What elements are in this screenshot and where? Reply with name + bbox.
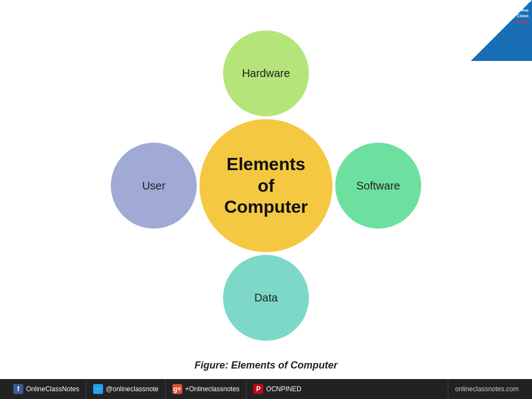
data-circle: Data <box>223 255 309 341</box>
diagram-container: Hardware Software Data User Elements of … <box>0 17 532 355</box>
elements-of-computer-diagram: Hardware Software Data User Elements of … <box>111 30 421 341</box>
software-circle: Software <box>335 143 421 229</box>
facebook-icon: f <box>13 384 23 394</box>
user-label: User <box>142 180 165 192</box>
footer-bar: f OnlineClassNotes 🐦 @onlineclassnote g+… <box>0 379 532 399</box>
footer-googleplus: g+ +Onlineclassnotes <box>165 379 246 399</box>
footer-facebook: f OnlineClassNotes <box>7 379 86 399</box>
hardware-label: Hardware <box>242 67 290 80</box>
footer-website: onlineclassnotes.com <box>448 379 525 399</box>
user-circle: User <box>111 143 197 229</box>
twitter-label: @onlineclassnote <box>106 385 158 393</box>
software-label: Software <box>356 180 400 192</box>
corner-ribbon: Online Class Notes <box>471 0 532 61</box>
pinterest-icon: P <box>253 384 263 394</box>
googleplus-label: +Onlineclassnotes <box>185 385 239 393</box>
center-text: Elements of Computer <box>224 154 308 217</box>
googleplus-icon: g+ <box>172 384 182 394</box>
facebook-label: OnlineClassNotes <box>26 385 79 393</box>
pinterest-label: OCNPINED <box>266 385 301 393</box>
hardware-circle: Hardware <box>223 30 309 116</box>
center-circle: Elements of Computer <box>200 119 332 252</box>
corner-ribbon-text: Online Class Notes <box>487 4 531 49</box>
data-label: Data <box>254 291 278 304</box>
footer-twitter: 🐦 @onlineclassnote <box>86 379 165 399</box>
twitter-icon: 🐦 <box>93 384 103 394</box>
figure-caption: Figure: Elements of Computer <box>0 360 532 371</box>
footer-pinterest: P OCNPINED <box>246 379 308 399</box>
